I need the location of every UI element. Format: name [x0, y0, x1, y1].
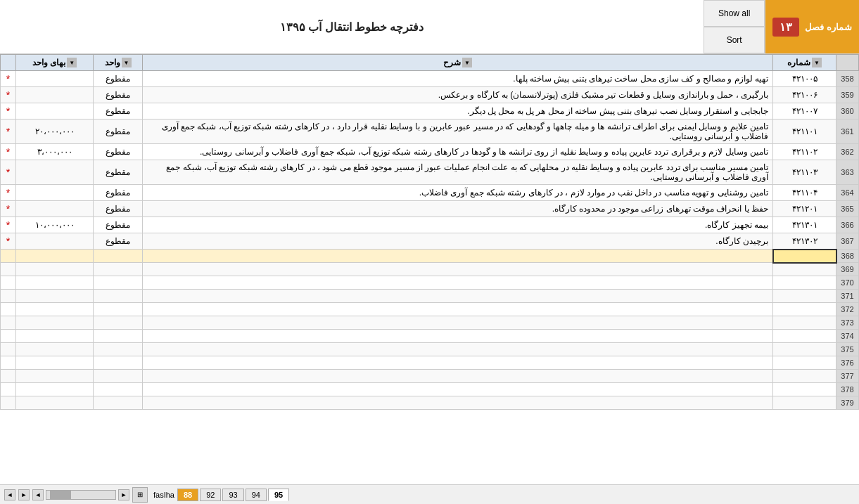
- baha-filter-btn[interactable]: ▼: [67, 58, 77, 67]
- cell-sharh: [143, 330, 773, 343]
- cell-sharh: برچیدن کارگاه.: [143, 233, 773, 250]
- table-row[interactable]: 367۴۲۱۳۰۲برچیدن کارگاه.مقطوع*: [1, 233, 859, 250]
- cell-vahed: [94, 356, 143, 370]
- cell-rownum: 362: [836, 144, 859, 160]
- cell-sharh: [143, 316, 773, 330]
- table-row[interactable]: 360۴۲۱۰۰۷جابجایی و استقرار وسایل نصب تیر…: [1, 103, 859, 119]
- cell-shomare: [773, 383, 836, 396]
- cell-shomare: [773, 370, 836, 383]
- cell-vahed: [94, 303, 143, 316]
- table-row[interactable]: 375: [1, 343, 859, 356]
- status-tab[interactable]: 94: [246, 489, 267, 501]
- table-row[interactable]: 376: [1, 356, 859, 370]
- table-row[interactable]: 361۴۲۱۱۰۱تامین علایم و وسایل ایمنی برای …: [1, 119, 859, 144]
- cell-vahed: [94, 370, 143, 383]
- cell-star: *: [1, 217, 16, 233]
- scroll-right-btn[interactable]: ►: [118, 489, 129, 500]
- th-baha: ▼ بهای واحد: [16, 55, 94, 71]
- table-row[interactable]: 379: [1, 396, 859, 410]
- cell-vahed: [94, 343, 143, 356]
- cell-vahed: [94, 290, 143, 303]
- cell-vahed: مقطوع: [94, 185, 143, 201]
- cell-vahed: [94, 396, 143, 410]
- cell-vahed: مقطوع: [94, 103, 143, 119]
- table-row[interactable]: 378: [1, 383, 859, 396]
- cell-star: [1, 303, 16, 316]
- sharh-filter-btn[interactable]: ▼: [462, 58, 472, 67]
- cell-baha: [16, 303, 94, 316]
- fasle-number: ۱۳: [772, 18, 799, 37]
- cell-star: [1, 396, 16, 410]
- table-row[interactable]: 364۴۲۱۱۰۴تامین روشنایی و تهویه مناسب در …: [1, 185, 859, 201]
- cell-vahed: [94, 276, 143, 290]
- grid-icon[interactable]: ⊞: [132, 487, 148, 503]
- cell-sharh: تهیه لوازم و مصالح و کف سازی محل ساخت تی…: [143, 71, 773, 87]
- cell-shomare: [773, 343, 836, 356]
- status-tab[interactable]: 92: [200, 489, 221, 501]
- cell-sharh: [143, 356, 773, 370]
- th-vahed: ▼ واحد: [94, 55, 143, 71]
- table-row[interactable]: 371: [1, 290, 859, 303]
- cell-rownum: 366: [836, 217, 859, 233]
- cell-baha: [16, 71, 94, 87]
- button-group: Show all Sort: [704, 0, 765, 53]
- status-tab[interactable]: 95: [268, 489, 289, 501]
- cell-star: *: [1, 185, 16, 201]
- cell-sharh: [143, 383, 773, 396]
- cell-rownum: 379: [836, 396, 859, 410]
- sort-button[interactable]: Sort: [704, 27, 765, 53]
- cell-sharh: [143, 290, 773, 303]
- cell-rownum: 371: [836, 290, 859, 303]
- show-all-button[interactable]: Show all: [704, 0, 765, 27]
- cell-sharh: [143, 396, 773, 410]
- table-row[interactable]: 374: [1, 330, 859, 343]
- cell-rownum: 358: [836, 71, 859, 87]
- cell-sharh: [143, 250, 773, 263]
- cell-baha: [16, 276, 94, 290]
- cell-vahed: مقطوع: [94, 233, 143, 250]
- cell-baha: [16, 396, 94, 410]
- status-tab[interactable]: 88: [177, 489, 198, 501]
- vahed-filter-btn[interactable]: ▼: [122, 58, 132, 67]
- scroll-left-btn[interactable]: ◄: [32, 489, 44, 500]
- table-row[interactable]: 372: [1, 303, 859, 316]
- data-table: ▼ شماره ▼ شرح ▼ واحد: [0, 54, 859, 410]
- cell-baha: [16, 201, 94, 217]
- cell-shomare: ۴۲۱۰۰۷: [773, 103, 836, 119]
- header-row: ▼ شماره ▼ شرح ▼ واحد: [1, 55, 859, 71]
- table-row[interactable]: 368: [1, 250, 859, 263]
- cell-sharh: [143, 343, 773, 356]
- cell-sharh: [143, 263, 773, 276]
- table-row[interactable]: 358۴۲۱۰۰۵تهیه لوازم و مصالح و کف سازی مح…: [1, 71, 859, 87]
- table-row[interactable]: 370: [1, 276, 859, 290]
- cell-vahed: مقطوع: [94, 119, 143, 144]
- table-row[interactable]: 369: [1, 263, 859, 276]
- cell-vahed: [94, 330, 143, 343]
- cell-baha: [16, 250, 94, 263]
- status-tab[interactable]: 93: [222, 489, 243, 501]
- cell-baha: [16, 160, 94, 185]
- cell-sharh: بیمه تجهیز کارگاه.: [143, 217, 773, 233]
- cell-rownum: 359: [836, 87, 859, 103]
- cell-shomare: ۴۲۱۳۰۲: [773, 233, 836, 250]
- scrollbar-track[interactable]: [46, 490, 116, 500]
- nav-prev-btn[interactable]: ◄: [4, 489, 15, 500]
- table-row[interactable]: 365۴۲۱۲۰۱حفظ یا انحراف موقت تهرهای زراعی…: [1, 201, 859, 217]
- table-row[interactable]: 366۴۲۱۳۰۱بیمه تجهیز کارگاه.مقطوع۱۰،۰۰۰،۰…: [1, 217, 859, 233]
- nav-next-btn[interactable]: ►: [18, 489, 30, 500]
- cell-sharh: تامین مسیر مناسب برای تردد عابرین پیاده …: [143, 160, 773, 185]
- cell-shomare: [773, 276, 836, 290]
- cell-baha: [16, 370, 94, 383]
- cell-sharh: تامین علایم و وسایل ایمنی برای اطراف ترا…: [143, 119, 773, 144]
- table-row[interactable]: 363۴۲۱۱۰۳تامین مسیر مناسب برای تردد عابر…: [1, 160, 859, 185]
- table-body: 358۴۲۱۰۰۵تهیه لوازم و مصالح و کف سازی مح…: [1, 71, 859, 410]
- cell-shomare: [773, 356, 836, 370]
- table-row[interactable]: 373: [1, 316, 859, 330]
- cell-baha: [16, 356, 94, 370]
- table-row[interactable]: 362۴۲۱۱۰۲تامین وسایل لازم و برقراری تردد…: [1, 144, 859, 160]
- shomare-filter-btn[interactable]: ▼: [812, 58, 822, 67]
- cell-rownum: 373: [836, 316, 859, 330]
- cell-shomare: [773, 303, 836, 316]
- table-row[interactable]: 359۴۲۱۰۰۶بارگیری ، حمل و باراندازی وسایل…: [1, 87, 859, 103]
- table-row[interactable]: 377: [1, 370, 859, 383]
